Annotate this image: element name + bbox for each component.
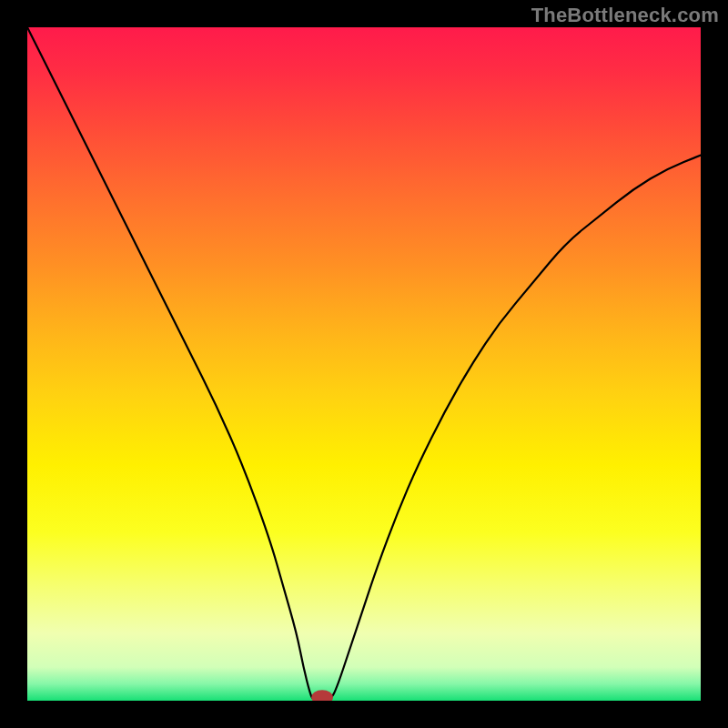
chart-frame: TheBottleneck.com <box>0 0 728 728</box>
plot-svg <box>27 27 701 701</box>
watermark-label: TheBottleneck.com <box>531 4 719 27</box>
plot-area <box>27 27 701 701</box>
gradient-background <box>27 27 701 701</box>
